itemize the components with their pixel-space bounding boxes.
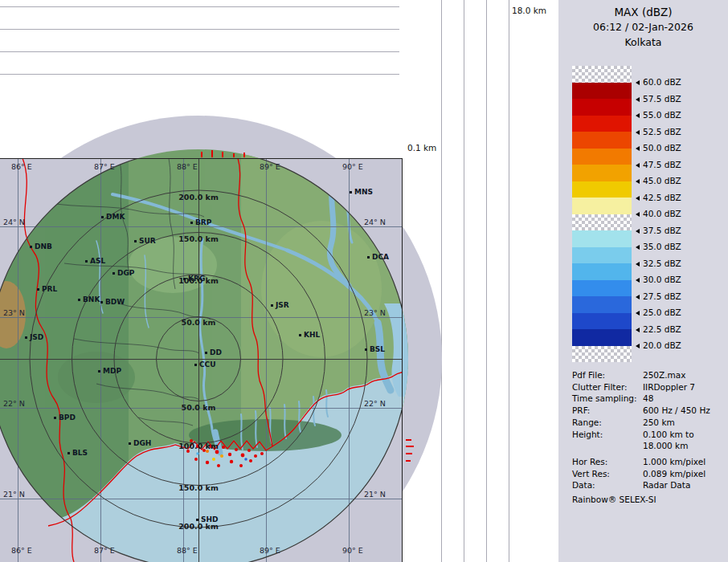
metadata-label: Pdf File: (572, 369, 643, 381)
city-label: JSD (25, 332, 43, 342)
city-code: PRL (42, 285, 57, 293)
dbz-scale-label: 22.5 dBZ (636, 325, 681, 334)
longitude-label: 87° E (94, 162, 115, 171)
city-code: BDW (105, 298, 125, 306)
metadata-label: Clutter Filter: (572, 381, 643, 393)
latitude-label: 23° N (364, 308, 386, 317)
metadata-value: Radar Data (643, 479, 723, 491)
tick-arrow-icon (636, 344, 640, 348)
city-marker-dot (54, 417, 56, 419)
city-code: JSR (276, 301, 289, 309)
city-code: DMK (106, 213, 125, 221)
metadata-value: 1.000 km/pixel (643, 456, 723, 468)
city-marker-dot (365, 348, 367, 351)
city-code: BLS (72, 449, 88, 457)
city-code: KHL (304, 331, 320, 339)
range-ring-label: 50.0 km (182, 403, 216, 412)
city-code: DGP (117, 269, 134, 277)
city-label: BNK (78, 295, 100, 304)
dbz-swatch (572, 214, 632, 231)
latitude-label: 23° N (3, 308, 25, 317)
city-label: DGP (112, 268, 134, 278)
dbz-scale-label: 60.0 dBZ (636, 78, 681, 87)
range-ring-label: 50.0 km (182, 318, 216, 327)
tick-arrow-icon (636, 196, 640, 201)
dbz-swatch (572, 346, 632, 363)
dbz-swatch (572, 66, 632, 83)
city-code: BNK (83, 295, 100, 303)
city-code: SUR (139, 237, 156, 245)
metadata-value: 48 (643, 393, 723, 405)
city-marker-dot (78, 299, 80, 301)
dbz-swatch (572, 181, 632, 198)
dbz-scale-label: 50.0 dBZ (636, 144, 681, 153)
latitude-label: 22° N (364, 399, 386, 408)
city-marker-dot (37, 288, 39, 291)
station-name: Kolkata (558, 36, 728, 48)
tick-arrow-icon (636, 80, 640, 85)
range-ring-label: 150.0 km (178, 234, 219, 243)
metadata-value: 0.089 km/pixel (643, 468, 723, 480)
metadata-value: 18.000 km (643, 440, 723, 452)
radar-display: MNSDMKBRPSURDNBDCAASLDGPKRGPRLBNKBDWJSRK… (0, 0, 728, 562)
metadata-label: Hor Res: (572, 456, 643, 468)
city-marker-dot (134, 240, 137, 242)
dbz-swatch (572, 83, 632, 100)
dbz-swatch (572, 116, 632, 132)
dbz-swatch (572, 313, 632, 330)
dbz-swatch (572, 165, 632, 181)
metadata-value: 600 Hz / 450 Hz (643, 405, 723, 417)
city-marker-dot (350, 191, 352, 193)
dbz-scale-label: 37.5 dBZ (636, 226, 681, 235)
dbz-scale-label: 30.0 dBZ (636, 275, 681, 284)
city-label: DNB (30, 242, 52, 251)
dbz-scale-label: 52.5 dBZ (636, 128, 681, 136)
city-label: CCU (194, 360, 216, 369)
city-code: MDP (103, 367, 121, 375)
city-code: DCA (372, 253, 389, 261)
longitude-label: 88° E (177, 546, 198, 555)
tick-arrow-icon (636, 229, 640, 234)
product-metadata: Pdf File:250Z.maxClutter Filter:IIRDoppl… (572, 369, 723, 491)
city-label: BLS (67, 448, 88, 458)
dbz-scale-label: 25.0 dBZ (636, 308, 681, 317)
city-code: JSD (30, 333, 43, 341)
metadata-label (572, 440, 643, 452)
metadata-label: Height: (572, 429, 643, 441)
city-code: BSL (370, 345, 385, 353)
metadata-row: Pdf File:250Z.max (572, 369, 723, 381)
dbz-swatch (572, 99, 632, 116)
dbz-swatch (572, 329, 632, 346)
tick-arrow-icon (636, 130, 640, 135)
dbz-swatch (572, 149, 632, 165)
range-ring-label: 100.0 km (178, 276, 219, 285)
city-marker-dot (196, 519, 198, 521)
metadata-row: Time sampling:48 (572, 393, 723, 405)
tick-arrow-icon (636, 113, 640, 118)
legend-panel: MAX (dBZ) 06:12 / 02-Jan-2026 Kolkata 60… (558, 0, 728, 562)
dbz-swatch (572, 198, 632, 214)
product-datetime: 06:12 / 02-Jan-2026 (558, 21, 728, 33)
metadata-value: 250Z.max (643, 369, 723, 381)
city-marker-dot (194, 364, 197, 366)
longitude-label: 89° E (260, 546, 280, 555)
product-title: MAX (dBZ) (558, 6, 728, 18)
dbz-swatch (572, 280, 632, 297)
range-ring-label: 200.0 km (178, 193, 219, 202)
city-label: SUR (134, 236, 156, 246)
city-label: BRP (190, 218, 211, 227)
metadata-row: Clutter Filter:IIRDoppler 7 (572, 381, 723, 393)
city-marker-dot (205, 352, 207, 354)
range-ring-label: 150.0 km (178, 483, 219, 492)
city-marker-dot (85, 260, 88, 263)
tick-arrow-icon (636, 146, 640, 151)
tick-arrow-icon (636, 212, 640, 217)
city-code: DNB (35, 242, 52, 250)
city-marker-dot (112, 272, 115, 275)
dbz-scale-label: 27.5 dBZ (636, 292, 681, 301)
city-marker-dot (100, 301, 103, 303)
metadata-row: Range:250 km (572, 417, 723, 429)
height-axis-max-label: 18.0 km (512, 6, 546, 15)
dbz-color-scale (572, 66, 632, 362)
tick-arrow-icon (636, 278, 640, 283)
